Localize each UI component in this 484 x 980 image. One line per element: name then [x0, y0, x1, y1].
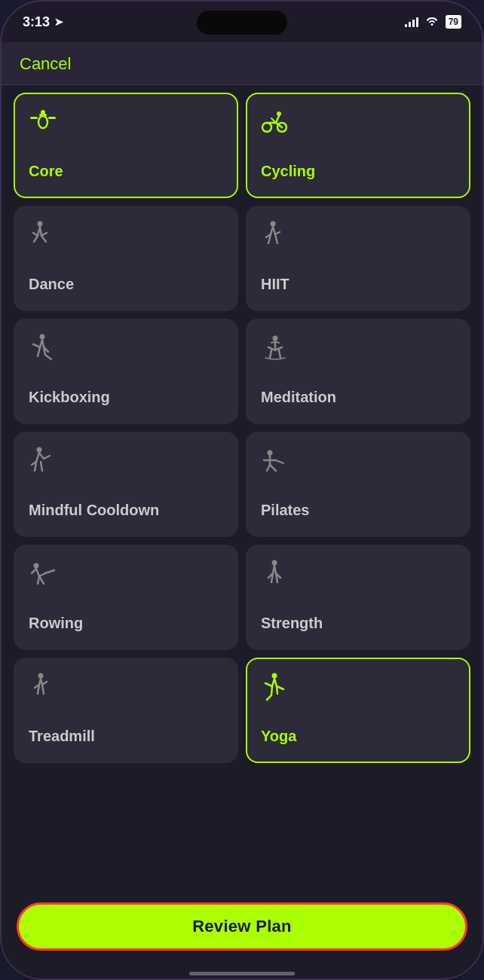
status-right: 79 [405, 15, 461, 29]
workout-scroll[interactable]: Core Cycling [2, 85, 482, 893]
workout-card-rowing[interactable]: Rowing [14, 545, 238, 650]
time-text: 3:13 [23, 14, 50, 30]
yoga-label: Yoga [261, 728, 455, 745]
svg-rect-2 [48, 117, 56, 119]
status-bar: 3:13 ➤ 79 [2, 2, 482, 42]
cancel-button[interactable]: Cancel [20, 54, 71, 74]
workout-card-core[interactable]: Core [14, 93, 238, 198]
pilates-label: Pilates [261, 502, 455, 519]
strength-icon [261, 560, 455, 592]
workout-grid: Core Cycling [14, 93, 470, 763]
wifi-icon [424, 15, 440, 29]
cycling-icon [261, 108, 455, 139]
workout-card-treadmill[interactable]: Treadmill [14, 658, 238, 763]
svg-point-4 [41, 110, 45, 114]
workout-card-cycling[interactable]: Cycling [246, 93, 470, 198]
meditation-icon [261, 334, 455, 365]
meditation-label: Meditation [261, 389, 455, 406]
workout-card-pilates[interactable]: Pilates [246, 432, 470, 537]
core-icon [29, 108, 223, 136]
rowing-icon [29, 560, 223, 592]
battery-icon: 79 [446, 15, 461, 29]
pilates-icon [261, 447, 455, 478]
svg-point-12 [37, 447, 42, 453]
mindful-icon [29, 447, 223, 478]
yoga-icon [261, 673, 455, 705]
svg-point-10 [40, 334, 45, 340]
signal-icon [405, 17, 418, 27]
app-content: Cancel Core [2, 42, 482, 978]
kickboxing-label: Kickboxing [29, 389, 223, 406]
svg-point-15 [272, 560, 277, 566]
svg-rect-0 [30, 117, 38, 119]
svg-point-13 [268, 450, 273, 456]
treadmill-icon [29, 673, 223, 705]
bottom-area: Review Plan [2, 893, 482, 966]
workout-card-kickboxing[interactable]: Kickboxing [14, 319, 238, 424]
kickboxing-icon [29, 334, 223, 366]
location-icon: ➤ [54, 16, 63, 28]
battery-text: 79 [449, 17, 458, 27]
mindful-label: Mindful Cooldown [29, 502, 223, 519]
svg-point-11 [273, 336, 278, 341]
svg-point-17 [272, 673, 277, 679]
workout-card-meditation[interactable]: Meditation [246, 319, 470, 424]
home-indicator [2, 966, 482, 978]
dance-label: Dance [29, 276, 223, 293]
home-bar [189, 972, 295, 975]
workout-card-mindful[interactable]: Mindful Cooldown [14, 432, 238, 537]
hiit-icon [261, 221, 455, 253]
workout-card-hiit[interactable]: HIIT [246, 206, 470, 311]
svg-point-16 [38, 673, 44, 679]
rowing-label: Rowing [29, 615, 223, 632]
core-label: Core [29, 163, 223, 180]
strength-label: Strength [261, 615, 455, 632]
workout-card-yoga[interactable]: Yoga [246, 658, 470, 763]
status-time: 3:13 ➤ [23, 14, 63, 30]
workout-card-strength[interactable]: Strength [246, 545, 470, 650]
header: Cancel [2, 42, 482, 85]
workout-card-dance[interactable]: Dance [14, 206, 238, 311]
svg-point-5 [262, 123, 271, 132]
hiit-label: HIIT [261, 276, 455, 293]
volume-button [0, 152, 2, 197]
svg-point-8 [38, 221, 43, 227]
review-plan-button[interactable]: Review Plan [17, 902, 467, 951]
svg-point-14 [34, 563, 39, 569]
svg-point-9 [271, 221, 276, 227]
phone-frame: 3:13 ➤ 79 Cancel [0, 0, 484, 980]
dynamic-island [197, 11, 287, 35]
treadmill-label: Treadmill [29, 728, 223, 745]
dance-icon [29, 221, 223, 253]
cycling-label: Cycling [261, 163, 455, 180]
svg-point-3 [38, 116, 47, 128]
